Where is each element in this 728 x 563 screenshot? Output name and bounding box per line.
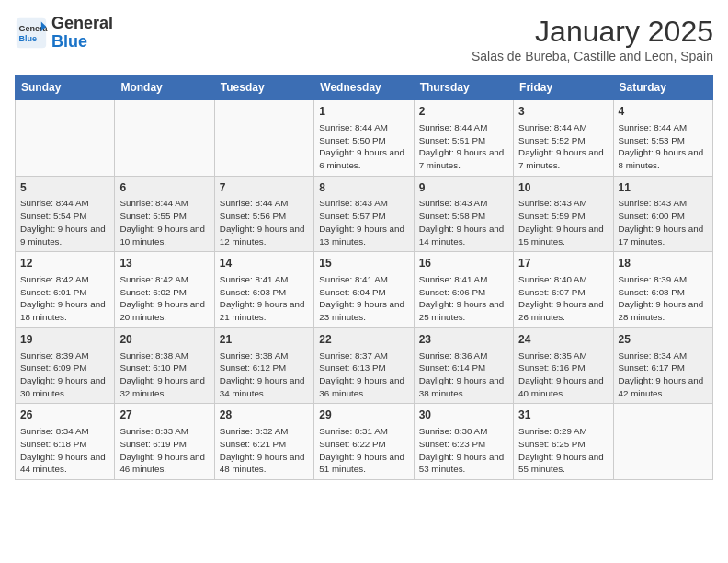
day-info: Sunrise: 8:41 AM Sunset: 6:03 PM Dayligh… xyxy=(220,273,309,324)
calendar-cell: 6Sunrise: 8:44 AM Sunset: 5:55 PM Daylig… xyxy=(115,176,214,252)
day-info: Sunrise: 8:34 AM Sunset: 6:17 PM Dayligh… xyxy=(619,350,708,400)
day-number: 16 xyxy=(419,256,508,271)
calendar-cell: 14Sunrise: 8:41 AM Sunset: 6:03 PM Dayli… xyxy=(214,252,313,328)
day-number: 5 xyxy=(20,180,109,196)
calendar-cell: 12Sunrise: 8:42 AM Sunset: 6:01 PM Dayli… xyxy=(16,252,115,328)
page-header: General Blue General Blue January 2025 S… xyxy=(15,15,713,63)
day-info: Sunrise: 8:41 AM Sunset: 6:06 PM Dayligh… xyxy=(419,273,508,324)
calendar-cell xyxy=(115,100,214,177)
day-info: Sunrise: 8:37 AM Sunset: 6:13 PM Dayligh… xyxy=(319,350,408,400)
calendar-cell: 15Sunrise: 8:41 AM Sunset: 6:04 PM Dayli… xyxy=(314,252,414,328)
calendar-cell: 9Sunrise: 8:43 AM Sunset: 5:58 PM Daylig… xyxy=(414,176,513,252)
calendar-cell: 27Sunrise: 8:33 AM Sunset: 6:19 PM Dayli… xyxy=(115,404,214,480)
calendar-cell xyxy=(16,100,115,177)
calendar-cell: 23Sunrise: 8:36 AM Sunset: 6:14 PM Dayli… xyxy=(414,327,513,404)
calendar-cell: 10Sunrise: 8:43 AM Sunset: 5:59 PM Dayli… xyxy=(514,176,613,252)
day-info: Sunrise: 8:38 AM Sunset: 6:10 PM Dayligh… xyxy=(119,350,209,400)
day-number: 4 xyxy=(619,104,708,120)
calendar-cell: 30Sunrise: 8:30 AM Sunset: 6:23 PM Dayli… xyxy=(414,404,513,480)
day-number: 12 xyxy=(20,256,109,271)
day-info: Sunrise: 8:30 AM Sunset: 6:23 PM Dayligh… xyxy=(419,425,508,476)
weekday-thursday: Thursday xyxy=(414,75,513,100)
calendar-cell: 20Sunrise: 8:38 AM Sunset: 6:10 PM Dayli… xyxy=(115,327,214,404)
calendar-week-4: 19Sunrise: 8:39 AM Sunset: 6:09 PM Dayli… xyxy=(16,327,713,404)
day-info: Sunrise: 8:39 AM Sunset: 6:08 PM Dayligh… xyxy=(619,273,708,324)
calendar-cell: 31Sunrise: 8:29 AM Sunset: 6:25 PM Dayli… xyxy=(514,404,613,480)
svg-text:Blue: Blue xyxy=(19,34,38,43)
day-info: Sunrise: 8:35 AM Sunset: 6:16 PM Dayligh… xyxy=(518,350,608,400)
calendar-cell: 3Sunrise: 8:44 AM Sunset: 5:52 PM Daylig… xyxy=(514,100,613,177)
day-info: Sunrise: 8:44 AM Sunset: 5:54 PM Dayligh… xyxy=(20,197,109,247)
calendar-week-3: 12Sunrise: 8:42 AM Sunset: 6:01 PM Dayli… xyxy=(16,252,713,328)
calendar-cell: 16Sunrise: 8:41 AM Sunset: 6:06 PM Dayli… xyxy=(414,252,513,328)
day-info: Sunrise: 8:42 AM Sunset: 6:02 PM Dayligh… xyxy=(119,273,209,324)
day-number: 9 xyxy=(419,180,508,196)
day-info: Sunrise: 8:32 AM Sunset: 6:21 PM Dayligh… xyxy=(220,425,309,476)
calendar-table: SundayMondayTuesdayWednesdayThursdayFrid… xyxy=(15,75,713,480)
day-number: 22 xyxy=(319,332,408,348)
calendar-week-1: 1Sunrise: 8:44 AM Sunset: 5:50 PM Daylig… xyxy=(16,100,713,177)
calendar-cell: 18Sunrise: 8:39 AM Sunset: 6:08 PM Dayli… xyxy=(613,252,712,328)
day-number: 3 xyxy=(518,104,608,120)
calendar-week-2: 5Sunrise: 8:44 AM Sunset: 5:54 PM Daylig… xyxy=(16,176,713,252)
weekday-monday: Monday xyxy=(115,75,214,100)
logo-text: General Blue xyxy=(51,15,113,52)
day-number: 18 xyxy=(619,256,708,271)
day-info: Sunrise: 8:44 AM Sunset: 5:50 PM Dayligh… xyxy=(319,121,408,172)
day-info: Sunrise: 8:44 AM Sunset: 5:56 PM Dayligh… xyxy=(220,197,309,247)
calendar-cell: 7Sunrise: 8:44 AM Sunset: 5:56 PM Daylig… xyxy=(214,176,313,252)
day-info: Sunrise: 8:33 AM Sunset: 6:19 PM Dayligh… xyxy=(119,425,209,476)
day-number: 28 xyxy=(220,408,309,423)
day-info: Sunrise: 8:43 AM Sunset: 5:58 PM Dayligh… xyxy=(419,197,508,247)
calendar-cell: 21Sunrise: 8:38 AM Sunset: 6:12 PM Dayli… xyxy=(214,327,313,404)
day-info: Sunrise: 8:44 AM Sunset: 5:55 PM Dayligh… xyxy=(119,197,209,247)
calendar-cell: 8Sunrise: 8:43 AM Sunset: 5:57 PM Daylig… xyxy=(314,176,414,252)
weekday-tuesday: Tuesday xyxy=(214,75,313,100)
day-info: Sunrise: 8:36 AM Sunset: 6:14 PM Dayligh… xyxy=(419,350,508,400)
day-number: 7 xyxy=(220,180,309,196)
day-number: 15 xyxy=(319,256,408,271)
calendar-cell xyxy=(214,100,313,177)
calendar-cell: 25Sunrise: 8:34 AM Sunset: 6:17 PM Dayli… xyxy=(613,327,712,404)
logo: General Blue General Blue xyxy=(15,15,113,52)
day-number: 8 xyxy=(319,180,408,196)
day-number: 13 xyxy=(119,256,209,271)
day-info: Sunrise: 8:44 AM Sunset: 5:53 PM Dayligh… xyxy=(619,121,708,172)
day-number: 19 xyxy=(20,332,109,348)
calendar-cell: 24Sunrise: 8:35 AM Sunset: 6:16 PM Dayli… xyxy=(514,327,613,404)
calendar-cell xyxy=(613,404,712,480)
day-number: 17 xyxy=(518,256,608,271)
day-info: Sunrise: 8:43 AM Sunset: 5:59 PM Dayligh… xyxy=(518,197,608,247)
day-info: Sunrise: 8:40 AM Sunset: 6:07 PM Dayligh… xyxy=(518,273,608,324)
weekday-header-row: SundayMondayTuesdayWednesdayThursdayFrid… xyxy=(16,75,713,100)
calendar-cell: 13Sunrise: 8:42 AM Sunset: 6:02 PM Dayli… xyxy=(115,252,214,328)
calendar-cell: 22Sunrise: 8:37 AM Sunset: 6:13 PM Dayli… xyxy=(314,327,414,404)
day-number: 6 xyxy=(119,180,209,196)
logo-line2: Blue xyxy=(51,32,87,51)
calendar-cell: 17Sunrise: 8:40 AM Sunset: 6:07 PM Dayli… xyxy=(514,252,613,328)
day-number: 30 xyxy=(419,408,508,423)
day-info: Sunrise: 8:42 AM Sunset: 6:01 PM Dayligh… xyxy=(20,273,109,324)
day-info: Sunrise: 8:38 AM Sunset: 6:12 PM Dayligh… xyxy=(220,350,309,400)
day-info: Sunrise: 8:44 AM Sunset: 5:52 PM Dayligh… xyxy=(518,121,608,172)
calendar-cell: 26Sunrise: 8:34 AM Sunset: 6:18 PM Dayli… xyxy=(16,404,115,480)
day-info: Sunrise: 8:43 AM Sunset: 5:57 PM Dayligh… xyxy=(319,197,408,247)
title-area: January 2025 Salas de Bureba, Castille a… xyxy=(472,15,713,63)
calendar-cell: 28Sunrise: 8:32 AM Sunset: 6:21 PM Dayli… xyxy=(214,404,313,480)
day-number: 11 xyxy=(619,180,708,196)
day-number: 26 xyxy=(20,408,109,423)
day-info: Sunrise: 8:43 AM Sunset: 6:00 PM Dayligh… xyxy=(619,197,708,247)
weekday-sunday: Sunday xyxy=(16,75,115,100)
day-info: Sunrise: 8:39 AM Sunset: 6:09 PM Dayligh… xyxy=(20,350,109,400)
day-number: 10 xyxy=(518,180,608,196)
day-number: 1 xyxy=(319,104,408,120)
day-info: Sunrise: 8:29 AM Sunset: 6:25 PM Dayligh… xyxy=(518,425,608,476)
day-number: 20 xyxy=(119,332,209,348)
day-number: 29 xyxy=(319,408,408,423)
month-title: January 2025 xyxy=(472,15,713,49)
day-number: 21 xyxy=(220,332,309,348)
day-info: Sunrise: 8:34 AM Sunset: 6:18 PM Dayligh… xyxy=(20,425,109,476)
day-number: 27 xyxy=(119,408,209,423)
day-info: Sunrise: 8:31 AM Sunset: 6:22 PM Dayligh… xyxy=(319,425,408,476)
logo-icon: General Blue xyxy=(15,17,48,50)
